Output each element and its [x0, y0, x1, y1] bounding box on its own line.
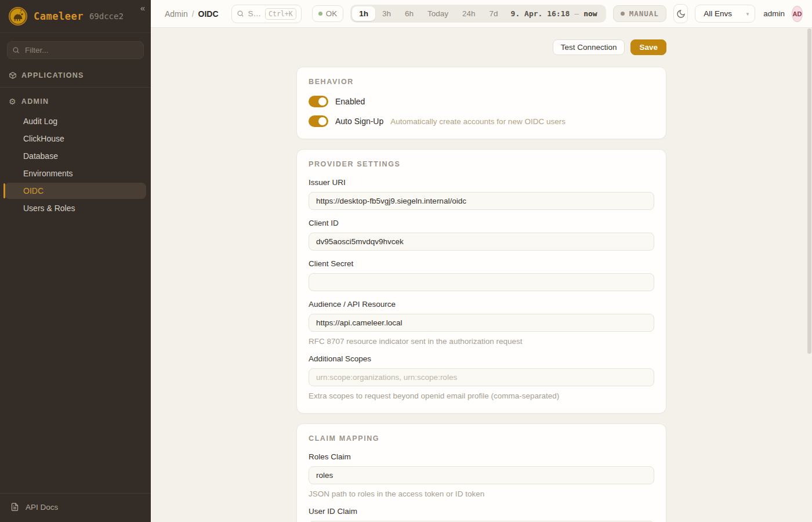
avatar[interactable]: AD [792, 6, 803, 22]
field-label: Issuer URI [309, 178, 654, 187]
sidebar-divider [0, 87, 151, 88]
field-label: Client Secret [309, 259, 654, 268]
breadcrumb: Admin / OIDC [165, 9, 219, 19]
time-display[interactable]: 9. Apr. 16:18 – now [505, 9, 604, 18]
page-content: Test Connection Save BEHAVIOR Enabled Au… [151, 28, 812, 522]
field-label: User ID Claim [309, 507, 654, 516]
env-selected-label: All Envs [704, 9, 732, 18]
issuer-uri-input[interactable] [309, 192, 654, 210]
card-claim-mapping: CLAIM MAPPING Roles Claim JSON path to r… [296, 423, 666, 522]
kbd-shortcut: Ctrl+K [265, 8, 296, 20]
field-audience: Audience / API Resource RFC 8707 resourc… [309, 300, 654, 346]
breadcrumb-admin[interactable]: Admin [165, 9, 188, 19]
time-range-24h[interactable]: 24h [455, 6, 483, 21]
client-id-input[interactable] [309, 233, 654, 251]
sidebar-filter [7, 41, 144, 59]
status-dot [318, 12, 322, 16]
sidebar-item-environments[interactable]: Environments [5, 165, 146, 182]
document-icon [10, 502, 19, 512]
field-label: Audience / API Resource [309, 300, 654, 309]
status-badge[interactable]: OK [312, 5, 344, 22]
field-label: Roles Claim [309, 452, 654, 461]
sidebar-item-audit-log[interactable]: Audit Log [5, 113, 146, 129]
field-issuer-uri: Issuer URI [309, 178, 654, 210]
section-label: ADMIN [21, 97, 49, 106]
additional-scopes-input[interactable] [309, 368, 654, 386]
field-client-secret: Client Secret [309, 259, 654, 291]
admin-nav: Audit Log ClickHouse Database Environmen… [0, 112, 151, 217]
moon-icon [676, 9, 686, 19]
refresh-mode-label: MANUAL [629, 9, 659, 18]
env-selector[interactable]: All Envs ▾ [695, 5, 755, 23]
search-icon [12, 46, 20, 54]
topbar: Admin / OIDC S… Ctrl+K OK 1h 3h 6h Today… [151, 0, 812, 28]
breadcrumb-oidc: OIDC [198, 9, 219, 19]
app-logo-text: Cameleer [34, 10, 84, 22]
user-name: admin [763, 9, 785, 18]
scrollbar-thumb[interactable] [807, 28, 811, 354]
toggle-knob [318, 97, 327, 106]
api-docs-label: API Docs [26, 503, 58, 512]
toggle-label: Enabled [335, 97, 365, 106]
enabled-toggle[interactable] [309, 96, 328, 107]
sidebar-item-oidc[interactable]: OIDC [5, 183, 146, 199]
test-connection-button[interactable]: Test Connection [553, 39, 625, 55]
time-separator: – [574, 9, 579, 18]
field-user-id-claim: User ID Claim Claim used as the unique i… [309, 507, 654, 522]
search-placeholder-label: S… [248, 9, 262, 18]
sidebar-section-applications[interactable]: APPLICATIONS [0, 65, 151, 86]
time-range-today[interactable]: Today [420, 6, 455, 21]
api-docs-link[interactable]: API Docs [0, 493, 151, 522]
field-client-id: Client ID [309, 219, 654, 251]
search-icon [237, 10, 244, 17]
sidebar-item-clickhouse[interactable]: ClickHouse [5, 130, 146, 147]
time-range-group: 1h 3h 6h Today 24h 7d 9. Apr. 16:18 – no… [350, 5, 606, 23]
sidebar-header: Cameleer 69dcce2 « [0, 0, 151, 33]
card-title: BEHAVIOR [309, 78, 654, 86]
time-range-7d[interactable]: 7d [483, 6, 505, 21]
time-end: now [583, 9, 597, 18]
card-title: CLAIM MAPPING [309, 434, 654, 443]
audience-input[interactable] [309, 314, 654, 332]
theme-toggle-button[interactable] [673, 4, 688, 23]
toggle-row-auto-signup: Auto Sign-Up Automatically create accoun… [309, 115, 654, 127]
breadcrumb-separator: / [192, 9, 194, 19]
field-hint: JSON path to roles in the access token o… [309, 490, 654, 498]
field-hint: RFC 8707 resource indicator sent in the … [309, 337, 654, 346]
toggle-label: Auto Sign-Up [335, 117, 383, 126]
field-additional-scopes: Additional Scopes Extra scopes to reques… [309, 354, 654, 400]
section-label: APPLICATIONS [21, 71, 84, 79]
time-start: 9. Apr. 16:18 [511, 9, 570, 18]
client-secret-input[interactable] [309, 273, 654, 291]
refresh-mode-dot [621, 12, 625, 16]
status-label: OK [326, 9, 338, 18]
roles-claim-input[interactable] [309, 466, 654, 484]
filter-input[interactable] [7, 41, 144, 59]
sidebar-item-users-roles[interactable]: Users & Roles [5, 200, 146, 216]
save-button[interactable]: Save [630, 39, 666, 55]
sidebar-section-admin[interactable]: ⚙ ADMIN [0, 91, 151, 112]
field-label: Additional Scopes [309, 354, 654, 363]
global-search-button[interactable]: S… Ctrl+K [231, 5, 302, 23]
time-range-3h[interactable]: 3h [375, 6, 398, 21]
auto-signup-toggle[interactable] [309, 115, 328, 127]
field-hint: Extra scopes to request beyond openid em… [309, 392, 654, 400]
card-provider-settings: PROVIDER SETTINGS Issuer URI Client ID C… [296, 149, 666, 414]
gear-icon: ⚙ [9, 97, 17, 106]
toggle-row-enabled: Enabled [309, 96, 654, 107]
refresh-mode-button[interactable]: MANUAL [613, 5, 666, 22]
toggle-knob [318, 117, 327, 125]
sidebar-item-database[interactable]: Database [5, 148, 146, 164]
package-icon [9, 71, 17, 79]
camel-logo-icon [8, 6, 28, 26]
page-actions: Test Connection Save [296, 39, 666, 55]
sidebar: Cameleer 69dcce2 « APPLICATIONS ⚙ ADMIN … [0, 0, 151, 522]
field-roles-claim: Roles Claim JSON path to roles in the ac… [309, 452, 654, 498]
card-title: PROVIDER SETTINGS [309, 160, 654, 168]
toggle-hint: Automatically create accounts for new OI… [390, 117, 566, 126]
time-range-6h[interactable]: 6h [398, 6, 420, 21]
build-version-label: 69dcce2 [89, 12, 124, 21]
field-label: Client ID [309, 219, 654, 227]
sidebar-collapse-icon[interactable]: « [140, 3, 145, 13]
time-range-1h[interactable]: 1h [352, 6, 375, 21]
